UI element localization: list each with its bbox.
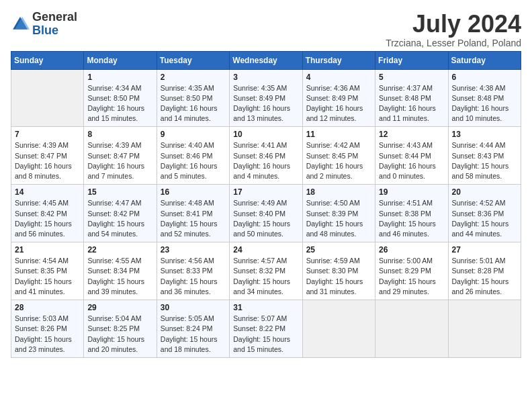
day-info: Sunrise: 4:48 AMSunset: 8:41 PMDaylight:… xyxy=(161,198,226,239)
calendar-week-row: 14Sunrise: 4:45 AMSunset: 8:42 PMDayligh… xyxy=(11,185,521,242)
day-number: 31 xyxy=(233,303,298,312)
calendar-cell: 2Sunrise: 4:35 AMSunset: 8:50 PMDaylight… xyxy=(157,69,229,127)
calendar-cell: 8Sunrise: 4:39 AMSunset: 8:47 PMDaylight… xyxy=(84,127,157,185)
day-number: 28 xyxy=(15,303,80,312)
day-number: 3 xyxy=(233,73,298,82)
month-title: July 2024 xyxy=(386,11,521,38)
day-number: 16 xyxy=(161,187,226,197)
calendar-cell: 21Sunrise: 4:54 AMSunset: 8:35 PMDayligh… xyxy=(11,242,84,300)
day-info: Sunrise: 4:42 AMSunset: 8:45 PMDaylight:… xyxy=(306,140,371,181)
calendar-cell: 29Sunrise: 5:04 AMSunset: 8:25 PMDayligh… xyxy=(84,300,157,358)
day-info: Sunrise: 4:55 AMSunset: 8:34 PMDaylight:… xyxy=(87,256,152,297)
calendar-cell xyxy=(375,300,448,358)
calendar-cell: 23Sunrise: 4:56 AMSunset: 8:33 PMDayligh… xyxy=(157,242,229,300)
calendar-cell: 20Sunrise: 4:52 AMSunset: 8:36 PMDayligh… xyxy=(448,185,521,242)
day-info: Sunrise: 4:38 AMSunset: 8:48 PMDaylight:… xyxy=(452,83,517,124)
day-header-monday: Monday xyxy=(84,51,157,69)
calendar-cell: 11Sunrise: 4:42 AMSunset: 8:45 PMDayligh… xyxy=(302,127,375,185)
day-info: Sunrise: 4:34 AMSunset: 8:50 PMDaylight:… xyxy=(87,83,152,124)
calendar-cell: 17Sunrise: 4:49 AMSunset: 8:40 PMDayligh… xyxy=(230,185,302,242)
logo-icon xyxy=(11,15,30,34)
calendar-cell xyxy=(448,300,521,358)
day-number: 2 xyxy=(161,73,226,82)
day-info: Sunrise: 4:45 AMSunset: 8:42 PMDaylight:… xyxy=(15,198,80,239)
calendar-cell: 22Sunrise: 4:55 AMSunset: 8:34 PMDayligh… xyxy=(84,242,157,300)
calendar-cell xyxy=(302,300,375,358)
day-info: Sunrise: 4:36 AMSunset: 8:49 PMDaylight:… xyxy=(306,83,371,124)
calendar-cell: 4Sunrise: 4:36 AMSunset: 8:49 PMDaylight… xyxy=(302,69,375,127)
page-header: General Blue July 2024 Trzciana, Lesser … xyxy=(11,11,521,48)
calendar-cell: 6Sunrise: 4:38 AMSunset: 8:48 PMDaylight… xyxy=(448,69,521,127)
calendar-cell: 5Sunrise: 4:37 AMSunset: 8:48 PMDaylight… xyxy=(375,69,448,127)
calendar-cell: 14Sunrise: 4:45 AMSunset: 8:42 PMDayligh… xyxy=(11,185,84,242)
calendar-week-row: 1Sunrise: 4:34 AMSunset: 8:50 PMDaylight… xyxy=(11,69,521,127)
day-number: 29 xyxy=(87,303,152,312)
day-info: Sunrise: 4:52 AMSunset: 8:36 PMDaylight:… xyxy=(452,198,517,239)
calendar-cell: 16Sunrise: 4:48 AMSunset: 8:41 PMDayligh… xyxy=(157,185,229,242)
calendar-cell: 1Sunrise: 4:34 AMSunset: 8:50 PMDaylight… xyxy=(84,69,157,127)
day-number: 15 xyxy=(87,187,152,197)
calendar-cell: 28Sunrise: 5:03 AMSunset: 8:26 PMDayligh… xyxy=(11,300,84,358)
calendar-cell: 9Sunrise: 4:40 AMSunset: 8:46 PMDaylight… xyxy=(157,127,229,185)
day-number: 17 xyxy=(233,187,298,197)
calendar-cell: 10Sunrise: 4:41 AMSunset: 8:46 PMDayligh… xyxy=(230,127,302,185)
day-info: Sunrise: 4:56 AMSunset: 8:33 PMDaylight:… xyxy=(161,256,226,297)
day-number: 13 xyxy=(452,130,517,139)
day-info: Sunrise: 5:00 AMSunset: 8:29 PMDaylight:… xyxy=(379,256,444,297)
calendar-cell: 19Sunrise: 4:51 AMSunset: 8:38 PMDayligh… xyxy=(375,185,448,242)
day-info: Sunrise: 4:54 AMSunset: 8:35 PMDaylight:… xyxy=(15,256,80,297)
day-info: Sunrise: 4:50 AMSunset: 8:39 PMDaylight:… xyxy=(306,198,371,239)
calendar-cell: 3Sunrise: 4:35 AMSunset: 8:49 PMDaylight… xyxy=(230,69,302,127)
day-header-friday: Friday xyxy=(375,51,448,69)
day-number: 6 xyxy=(452,73,517,82)
calendar-cell: 25Sunrise: 4:59 AMSunset: 8:30 PMDayligh… xyxy=(302,242,375,300)
day-info: Sunrise: 4:59 AMSunset: 8:30 PMDaylight:… xyxy=(306,256,371,297)
day-number: 4 xyxy=(306,73,371,82)
day-number: 8 xyxy=(87,130,152,139)
day-info: Sunrise: 5:04 AMSunset: 8:25 PMDaylight:… xyxy=(87,314,152,355)
day-header-saturday: Saturday xyxy=(448,51,521,69)
calendar-cell: 30Sunrise: 5:05 AMSunset: 8:24 PMDayligh… xyxy=(157,300,229,358)
day-info: Sunrise: 5:01 AMSunset: 8:28 PMDaylight:… xyxy=(452,256,517,297)
calendar-header-row: SundayMondayTuesdayWednesdayThursdayFrid… xyxy=(11,51,521,69)
day-info: Sunrise: 4:35 AMSunset: 8:49 PMDaylight:… xyxy=(233,83,298,124)
day-number: 11 xyxy=(306,130,371,139)
day-info: Sunrise: 4:39 AMSunset: 8:47 PMDaylight:… xyxy=(87,140,152,181)
day-info: Sunrise: 4:44 AMSunset: 8:43 PMDaylight:… xyxy=(452,140,517,181)
day-number: 1 xyxy=(87,73,152,82)
location-subtitle: Trzciana, Lesser Poland, Poland xyxy=(386,38,521,48)
day-info: Sunrise: 4:57 AMSunset: 8:32 PMDaylight:… xyxy=(233,256,298,297)
day-info: Sunrise: 4:41 AMSunset: 8:46 PMDaylight:… xyxy=(233,140,298,181)
day-number: 12 xyxy=(379,130,444,139)
day-header-tuesday: Tuesday xyxy=(157,51,229,69)
day-number: 25 xyxy=(306,245,371,255)
calendar-week-row: 7Sunrise: 4:39 AMSunset: 8:47 PMDaylight… xyxy=(11,127,521,185)
day-number: 19 xyxy=(379,187,444,197)
day-number: 27 xyxy=(452,245,517,255)
calendar-cell: 15Sunrise: 4:47 AMSunset: 8:42 PMDayligh… xyxy=(84,185,157,242)
calendar-cell: 27Sunrise: 5:01 AMSunset: 8:28 PMDayligh… xyxy=(448,242,521,300)
day-number: 30 xyxy=(161,303,226,312)
day-info: Sunrise: 5:07 AMSunset: 8:22 PMDaylight:… xyxy=(233,314,298,355)
day-number: 20 xyxy=(452,187,517,197)
logo-text: General Blue xyxy=(32,11,77,38)
day-number: 24 xyxy=(233,245,298,255)
day-number: 7 xyxy=(15,130,80,139)
calendar-week-row: 21Sunrise: 4:54 AMSunset: 8:35 PMDayligh… xyxy=(11,242,521,300)
calendar-cell: 24Sunrise: 4:57 AMSunset: 8:32 PMDayligh… xyxy=(230,242,302,300)
day-header-thursday: Thursday xyxy=(302,51,375,69)
calendar-cell: 31Sunrise: 5:07 AMSunset: 8:22 PMDayligh… xyxy=(230,300,302,358)
day-info: Sunrise: 4:47 AMSunset: 8:42 PMDaylight:… xyxy=(87,198,152,239)
calendar-cell: 7Sunrise: 4:39 AMSunset: 8:47 PMDaylight… xyxy=(11,127,84,185)
calendar-cell: 12Sunrise: 4:43 AMSunset: 8:44 PMDayligh… xyxy=(375,127,448,185)
title-block: July 2024 Trzciana, Lesser Poland, Polan… xyxy=(386,11,521,48)
day-number: 5 xyxy=(379,73,444,82)
day-info: Sunrise: 4:39 AMSunset: 8:47 PMDaylight:… xyxy=(15,140,80,181)
day-info: Sunrise: 4:51 AMSunset: 8:38 PMDaylight:… xyxy=(379,198,444,239)
calendar-cell xyxy=(11,69,84,127)
day-number: 14 xyxy=(15,187,80,197)
calendar-cell: 26Sunrise: 5:00 AMSunset: 8:29 PMDayligh… xyxy=(375,242,448,300)
day-info: Sunrise: 5:05 AMSunset: 8:24 PMDaylight:… xyxy=(161,314,226,355)
day-number: 18 xyxy=(306,187,371,197)
day-info: Sunrise: 4:40 AMSunset: 8:46 PMDaylight:… xyxy=(161,140,226,181)
